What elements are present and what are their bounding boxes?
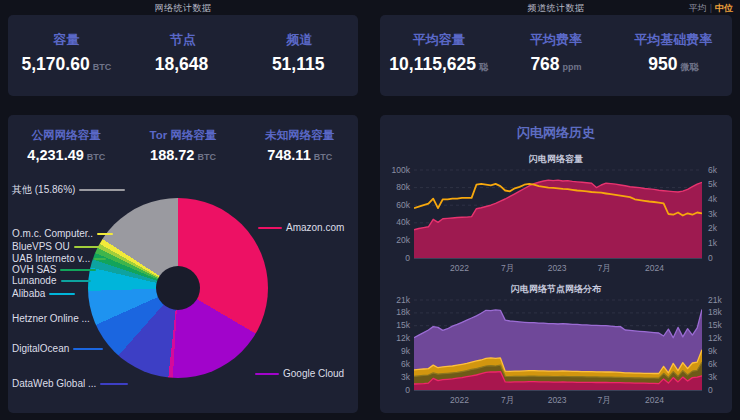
nodes-distribution-chart: 闪电网络节点网络分布 21k18k15k12k9k6k3k0 21k18k15k… bbox=[386, 283, 726, 409]
stat-tor-capacity: Tor 网络容量 188.72BTC bbox=[125, 128, 242, 163]
y-tick-label: 80k bbox=[396, 183, 410, 192]
stat-value: 5,170.60 bbox=[22, 54, 90, 74]
y-tick-label: 3k bbox=[708, 373, 717, 382]
nodes-plot[interactable] bbox=[414, 299, 702, 391]
stat-value: 4,231.49 bbox=[27, 147, 83, 163]
y-tick-label: 3k bbox=[708, 210, 717, 219]
lightning-dashboard: 网络统计数据 频道统计数据 平均|中位 容量 5,170.60BTC 节点 18… bbox=[0, 0, 740, 420]
stat-label: 容量 bbox=[8, 31, 125, 49]
stat-unit: BTC bbox=[87, 152, 106, 162]
stat-capacity: 容量 5,170.60BTC bbox=[8, 31, 125, 75]
y-tick-label: 18k bbox=[708, 308, 722, 317]
y-tick-label: 12k bbox=[708, 334, 722, 343]
stat-value: 188.72 bbox=[150, 147, 194, 163]
leader-line bbox=[60, 269, 96, 271]
y-tick-label: 0 bbox=[708, 254, 713, 263]
y-tick-label: 15k bbox=[708, 321, 722, 330]
stat-unit: BTC bbox=[314, 152, 333, 162]
stat-value: 51,115 bbox=[272, 54, 325, 74]
leader-line bbox=[73, 348, 103, 350]
x-tick-label: 2024 bbox=[645, 395, 664, 405]
stat-value: 748.11 bbox=[267, 147, 311, 163]
stat-clearnet-capacity: 公网网络容量 4,231.49BTC bbox=[8, 128, 125, 163]
toggle-separator: | bbox=[710, 3, 712, 13]
x-tick-label: 2022 bbox=[450, 395, 469, 405]
stat-unknown-capacity: 未知网络容量 748.11BTC bbox=[241, 128, 358, 163]
leader-line bbox=[258, 227, 282, 229]
stat-label: 平均容量 bbox=[380, 31, 497, 49]
stat-unit: ppm bbox=[563, 62, 582, 72]
stat-avg-capacity: 平均容量 10,115,625聪 bbox=[380, 31, 497, 75]
y-tick-label: 0 bbox=[708, 386, 713, 395]
stat-unit: 微聪 bbox=[680, 62, 698, 72]
stat-value: 18,648 bbox=[155, 54, 209, 74]
stat-value: 10,115,625 bbox=[389, 54, 476, 74]
pie-slice-label: UAB Interneto v... bbox=[12, 253, 110, 264]
leader-line bbox=[74, 246, 104, 248]
y-tick-label: 21k bbox=[396, 296, 410, 305]
y-tick-label: 100k bbox=[392, 166, 410, 175]
y-tick-label: 18k bbox=[396, 308, 410, 317]
leader-line bbox=[255, 373, 279, 375]
y-tick-label: 60k bbox=[396, 201, 410, 210]
history-title: 闪电网络历史 bbox=[380, 124, 732, 142]
x-tick-label: 7月 bbox=[597, 395, 610, 407]
stat-label: Tor 网络容量 bbox=[125, 128, 242, 143]
y-tick-label: 12k bbox=[396, 334, 410, 343]
toggle-average[interactable]: 平均 bbox=[689, 3, 707, 13]
lightning-history-panel: 闪电网络历史 闪电网络容量 100k80k60k40k20k0 6k5k4k3k… bbox=[380, 115, 732, 413]
leader-line bbox=[94, 318, 104, 320]
capacity-history-chart: 闪电网络容量 100k80k60k40k20k0 6k5k4k3k2k1k0 2… bbox=[386, 153, 726, 277]
pie-donut-hole bbox=[156, 266, 200, 310]
channel-stats-panel: 平均容量 10,115,625聪 平均费率 768ppm 平均基础费率 950微… bbox=[380, 15, 732, 96]
stat-unit: 聪 bbox=[479, 62, 488, 72]
leader-line bbox=[79, 189, 125, 191]
toggle-median[interactable]: 中位 bbox=[715, 3, 733, 13]
y-tick-label: 3k bbox=[401, 373, 410, 382]
x-tick-label: 2023 bbox=[548, 395, 567, 405]
y-tick-label: 0 bbox=[405, 386, 410, 395]
x-tick-label: 2022 bbox=[450, 263, 469, 273]
pie-slice-label: DataWeb Global ... bbox=[12, 378, 132, 389]
leader-line bbox=[61, 280, 91, 282]
stat-avg-basefee: 平均基础费率 950微聪 bbox=[615, 31, 732, 75]
stat-label: 节点 bbox=[125, 31, 242, 49]
y-tick-label: 6k bbox=[708, 360, 717, 369]
pie-slice-label: OVH SAS bbox=[12, 264, 100, 275]
average-median-toggle: 平均|中位 bbox=[689, 2, 733, 15]
pie-slice-label: Alibaba bbox=[12, 288, 79, 299]
y-tick-label: 6k bbox=[401, 360, 410, 369]
stat-nodes: 节点 18,648 bbox=[125, 31, 242, 75]
channel-stats-header: 频道统计数据 bbox=[380, 2, 732, 15]
capacity-plot[interactable] bbox=[414, 169, 702, 259]
x-tick-label: 7月 bbox=[501, 395, 514, 407]
y-tick-label: 5k bbox=[708, 180, 717, 189]
x-tick-label: 7月 bbox=[597, 263, 610, 275]
y-tick-label: 6k bbox=[708, 166, 717, 175]
x-tick-label: 7月 bbox=[501, 263, 514, 275]
stat-label: 平均基础费率 bbox=[615, 31, 732, 49]
leader-line bbox=[94, 258, 106, 260]
stat-label: 未知网络容量 bbox=[241, 128, 358, 143]
stat-channels: 频道 51,115 bbox=[241, 31, 358, 75]
stat-unit: BTC bbox=[93, 62, 112, 72]
leader-line bbox=[100, 383, 128, 385]
y-tick-label: 20k bbox=[396, 236, 410, 245]
leader-line bbox=[49, 293, 75, 295]
pie-slice-label: BlueVPS OU bbox=[12, 241, 108, 252]
stat-unit: BTC bbox=[197, 152, 216, 162]
y-tick-label: 2k bbox=[708, 224, 717, 233]
pie-slice-label: Lunanode bbox=[12, 275, 95, 286]
x-tick-label: 2023 bbox=[548, 263, 567, 273]
network-stats-panel: 容量 5,170.60BTC 节点 18,648 频道 51,115 bbox=[8, 15, 358, 96]
stat-avg-feerate: 平均费率 768ppm bbox=[497, 31, 614, 75]
chart-subtitle: 闪电网络节点网络分布 bbox=[386, 283, 726, 296]
leader-line bbox=[97, 233, 113, 235]
stat-label: 频道 bbox=[241, 31, 358, 49]
y-tick-label: 9k bbox=[708, 347, 717, 356]
stat-label: 公网网络容量 bbox=[8, 128, 125, 143]
pie-slice-label: DigitalOcean bbox=[12, 343, 107, 354]
chart-subtitle: 闪电网络容量 bbox=[386, 153, 726, 166]
pie-slice-label: Amazon.com bbox=[254, 222, 344, 233]
pie-slice-label: Google Cloud bbox=[251, 368, 344, 379]
